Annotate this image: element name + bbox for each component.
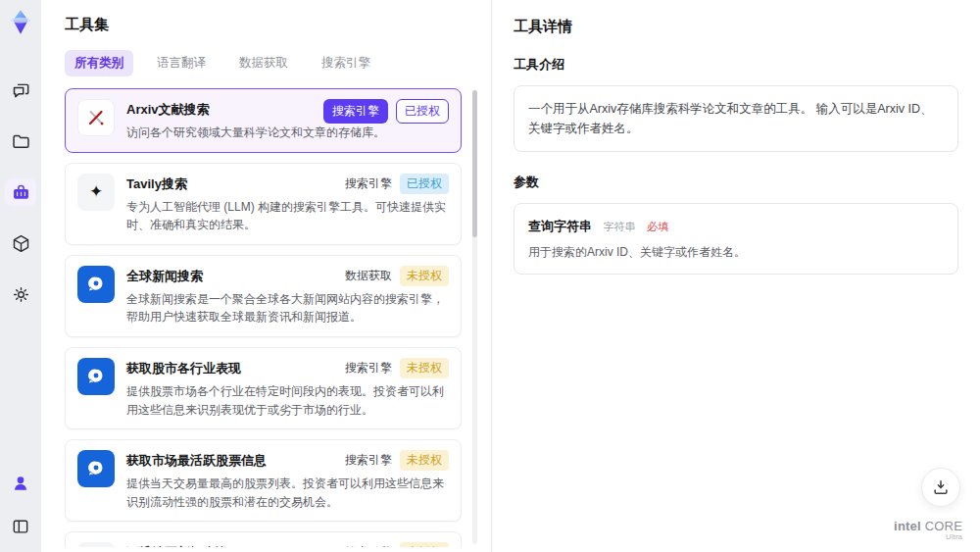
param-type: 字符串 <box>603 221 635 232</box>
tool-card[interactable]: ✦ Tavily搜索 专为人工智能代理 (LLM) 构建的搜索引擎工具。可快速提… <box>65 163 462 245</box>
left-rail <box>0 0 41 552</box>
app-logo-icon[interactable] <box>6 8 35 37</box>
auth-status-badge[interactable]: 已授权 <box>396 99 449 124</box>
chat-icon[interactable] <box>5 76 36 104</box>
package-icon[interactable] <box>5 229 36 257</box>
auth-status-badge[interactable]: 未授权 <box>400 542 449 547</box>
download-button[interactable] <box>921 468 960 507</box>
tool-list-panel: 工具集 所有类别 语言翻译 数据获取 搜索引擎 Arxiv文献搜索 访问各个研究… <box>41 0 492 552</box>
tool-list: Arxiv文献搜索 访问各个研究领域大量科学论文和文章的存储库。 搜索引擎 已授… <box>65 88 491 547</box>
tool-card[interactable]: 全球新闻搜索 全球新闻搜索是一个聚合全球各大新闻网站内容的搜索引擎，帮助用户快速… <box>65 255 462 337</box>
category-badge: 搜索引擎 <box>323 99 388 124</box>
tool-badges: 搜索引擎 已授权 <box>323 99 449 124</box>
auth-status-badge[interactable]: 已授权 <box>400 174 449 194</box>
tab-data-fetch[interactable]: 数据获取 <box>229 50 298 76</box>
tool-desc: 提供当天交易量最高的股票列表。投资者可以利用这些信息来识别流动性强的股票和潜在的… <box>126 475 449 511</box>
param-box: 查询字符串 字符串 必填 用于搜索的Arxiv ID、关键字或作者姓名。 <box>514 203 958 275</box>
tool-card[interactable]: Arxiv文献搜索 访问各个研究领域大量科学论文和文章的存储库。 搜索引擎 已授… <box>65 88 462 153</box>
tool-badges: 搜索引擎 已授权 <box>345 174 449 194</box>
settings-icon[interactable] <box>5 280 36 308</box>
toolbox-icon[interactable] <box>5 178 36 206</box>
core-wordmark: CORE <box>921 519 962 533</box>
category-badge: 搜索引擎 <box>345 544 392 547</box>
intro-heading: 工具介绍 <box>514 56 958 74</box>
auth-status-badge[interactable]: 未授权 <box>400 266 449 286</box>
tool-badges: 数据获取 未授权 <box>345 266 449 286</box>
user-icon[interactable] <box>5 470 36 497</box>
params-heading: 参数 <box>514 174 958 191</box>
tool-icon: ✦ <box>77 174 115 211</box>
app-window: 工具集 所有类别 语言翻译 数据获取 搜索引擎 Arxiv文献搜索 访问各个研究… <box>0 0 980 552</box>
param-name: 查询字符串 <box>528 219 592 233</box>
auth-status-badge[interactable]: 未授权 <box>400 450 449 471</box>
panel-toggle-icon[interactable] <box>5 513 36 540</box>
tool-detail-panel: 工具详情 工具介绍 一个用于从Arxiv存储库搜索科学论文和文章的工具。 输入可… <box>492 0 980 552</box>
ultra-wordmark: Ultra <box>894 533 962 542</box>
tool-icon <box>77 542 115 547</box>
tool-icon <box>77 99 115 136</box>
tool-card[interactable]: 获取股市各行业表现 提供股票市场各个行业在特定时间段内的表现。投资者可以利用这些… <box>65 347 462 429</box>
sparkle-icon: ✦ <box>89 183 103 200</box>
param-desc: 用于搜索的Arxiv ID、关键字或作者姓名。 <box>528 244 944 261</box>
tab-language-translation[interactable]: 语言翻译 <box>147 50 216 76</box>
folder-icon[interactable] <box>5 127 36 155</box>
category-tabs: 所有类别 语言翻译 数据获取 搜索引擎 <box>65 50 491 76</box>
detail-title: 工具详情 <box>514 18 958 36</box>
intel-wordmark: intel <box>894 519 921 533</box>
tool-desc: 全球新闻搜索是一个聚合全球各大新闻网站内容的搜索引擎，帮助用户快速获取全球最新资… <box>126 290 449 326</box>
tool-desc: 访问各个研究领域大量科学论文和文章的存储库。 <box>126 124 385 142</box>
category-badge: 搜索引擎 <box>345 176 392 192</box>
scrollbar-thumb[interactable] <box>472 90 477 237</box>
tab-search-engine[interactable]: 搜索引擎 <box>312 50 380 76</box>
auth-status-badge[interactable]: 未授权 <box>400 358 449 378</box>
tab-all-categories[interactable]: 所有类别 <box>65 50 133 76</box>
category-badge: 数据获取 <box>345 268 392 284</box>
tool-icon <box>77 450 115 487</box>
intro-box: 一个用于从Arxiv存储库搜索科学论文和文章的工具。 输入可以是Arxiv ID… <box>514 85 958 152</box>
download-icon <box>931 477 951 497</box>
intro-text: 一个用于从Arxiv存储库搜索科学论文和文章的工具。 输入可以是Arxiv ID… <box>528 99 944 138</box>
intel-core-logo: intel CORE Ultra <box>894 520 962 542</box>
tool-desc: 提供股票市场各个行业在特定时间段内的表现。投资者可以利用这些信息来识别表现优于或… <box>126 382 449 419</box>
category-badge: 搜索引擎 <box>345 452 392 469</box>
tool-desc: 专为人工智能代理 (LLM) 构建的搜索引擎工具。可快速提供实时、准确和真实的结… <box>126 198 449 234</box>
tool-card[interactable]: 获取市场最活跃股票信息 提供当天交易量最高的股票列表。投资者可以利用这些信息来识… <box>65 439 462 522</box>
category-badge: 搜索引擎 <box>345 360 392 376</box>
tool-icon <box>77 358 115 395</box>
tool-card[interactable]: 万维地区新闻查询 查询具体行政区划内的新闻，快速了解各地新闻动 搜索引擎 未授权 <box>65 531 462 547</box>
page-title: 工具集 <box>65 16 491 34</box>
list-scrollbar[interactable] <box>472 90 477 544</box>
tool-badges: 搜索引擎 未授权 <box>345 450 449 471</box>
tool-badges: 搜索引擎 未授权 <box>345 358 449 378</box>
param-required-flag: 必填 <box>647 221 668 232</box>
tool-icon <box>77 266 115 303</box>
tool-badges: 搜索引擎 未授权 <box>345 542 449 547</box>
